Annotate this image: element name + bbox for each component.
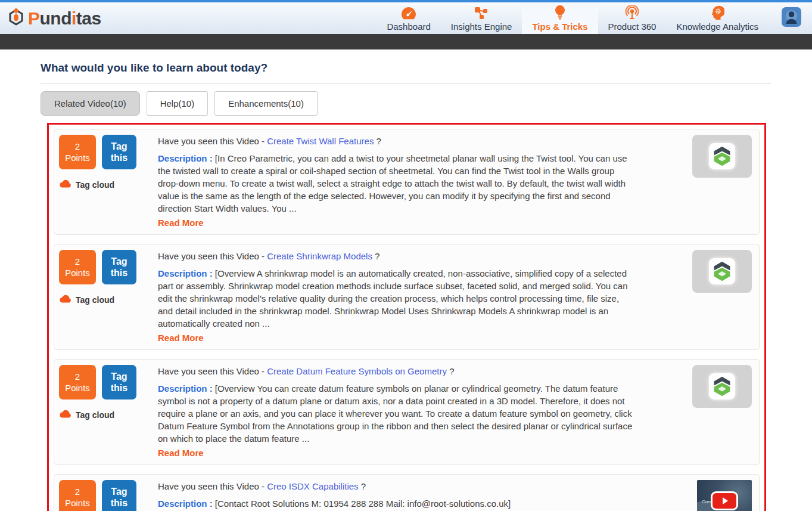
tab-enhancements[interactable]: Enhancements(10) [214, 91, 318, 116]
video-description: Description : [In Creo Parametric, you c… [158, 152, 634, 215]
nav-label: Tips & Tricks [532, 21, 587, 32]
video-card: 2 Points Tag this Tag cloud [54, 129, 760, 235]
tag-cloud-label: Tag cloud [76, 180, 114, 190]
video-title: Have you seen this Video - Create Datum … [158, 366, 674, 376]
video-title: Have you seen this Video - Create Shrink… [158, 251, 674, 261]
video-title-link[interactable]: Creo ISDX Capabilities [267, 481, 358, 491]
punditas-logo-text: Punditas [28, 8, 101, 29]
lightbulb-icon [554, 5, 566, 20]
video-title: Have you seen this Video - Creo ISDX Cap… [158, 481, 674, 491]
tag-this-button[interactable]: Tag this [102, 365, 136, 399]
tag-cloud-link[interactable]: Tag cloud [59, 179, 150, 190]
creo-logo-icon [709, 258, 735, 284]
youtube-video-thumbnail[interactable]: Creo [697, 480, 752, 511]
page-title: What would you like to learn about today… [41, 61, 771, 75]
insights-network-icon [474, 5, 489, 20]
heading-divider [41, 83, 771, 84]
video-card: 2 Points Tag this Tag cloud [54, 359, 760, 465]
result-tabs: Related Video(10) Help(10) Enhancements(… [41, 91, 771, 116]
main-content: What would you like to learn about today… [0, 49, 812, 511]
cloud-icon [59, 295, 71, 305]
top-header: Punditas Dashboard Insights Engine [0, 0, 812, 34]
nav-item-knowledge-analytics[interactable]: Knowledge Analytics [666, 2, 769, 34]
nav-label: Insights Engine [451, 21, 512, 32]
video-description: Description : [Overview You can create d… [158, 382, 634, 445]
read-more-link[interactable]: Read More [158, 218, 204, 228]
tag-this-button[interactable]: Tag this [102, 250, 136, 284]
tag-cloud-link[interactable]: Tag cloud [59, 295, 150, 305]
video-title-link[interactable]: Create Twist Wall Features [267, 136, 374, 146]
creo-logo-icon [709, 373, 735, 399]
creo-logo-icon [709, 143, 735, 169]
video-description: Description : [Overview A shrinkwrap mod… [158, 267, 634, 330]
points-button[interactable]: 2 Points [59, 250, 96, 284]
video-card: 2 Points Tag this Tag cloud [54, 474, 760, 511]
tag-cloud-link[interactable]: Tag cloud [59, 410, 150, 420]
tag-this-button[interactable]: Tag this [102, 135, 136, 169]
video-title: Have you seen this Video - Create Twist … [158, 136, 674, 146]
user-avatar[interactable] [782, 7, 801, 29]
points-button[interactable]: 2 Points [59, 365, 96, 399]
dashboard-gauge-icon [401, 5, 416, 20]
video-title-link[interactable]: Create Datum Feature Symbols on Geometry [267, 366, 447, 376]
cloud-icon [59, 410, 71, 420]
nav-item-product-360[interactable]: Product 360 [598, 2, 667, 34]
tab-related-video[interactable]: Related Video(10) [41, 91, 140, 116]
tag-this-button[interactable]: Tag this [102, 480, 136, 511]
points-button[interactable]: 2 Points [59, 135, 96, 169]
video-thumbnail[interactable] [692, 250, 752, 293]
nav-item-insights-engine[interactable]: Insights Engine [441, 2, 522, 34]
head-gear-icon [710, 5, 724, 20]
tab-help[interactable]: Help(10) [147, 91, 209, 116]
podcast-icon [625, 5, 639, 20]
video-card: 2 Points Tag this Tag cloud [54, 244, 760, 350]
nav-item-tips-tricks[interactable]: Tips & Tricks [522, 2, 598, 34]
nav-label: Product 360 [608, 21, 657, 32]
video-thumbnail[interactable] [692, 365, 752, 408]
punditas-logo-icon [8, 8, 24, 29]
youtube-play-icon [711, 491, 738, 510]
nav-label: Dashboard [387, 21, 430, 32]
video-title-link[interactable]: Create Shrinkwrap Models [267, 251, 372, 261]
punditas-logo[interactable]: Punditas [0, 2, 101, 34]
read-more-link[interactable]: Read More [158, 448, 204, 458]
secondary-bar [0, 34, 812, 49]
main-nav: Dashboard Insights Engine T [377, 2, 769, 34]
video-description: Description : [Contact Root Solutions M:… [158, 497, 634, 510]
related-video-results: 2 Points Tag this Tag cloud [47, 123, 766, 511]
read-more-link[interactable]: Read More [158, 333, 204, 343]
points-button[interactable]: 2 Points [59, 480, 96, 511]
cloud-icon [59, 179, 71, 190]
tag-cloud-label: Tag cloud [76, 295, 114, 305]
nav-label: Knowledge Analytics [676, 21, 758, 32]
nav-item-dashboard[interactable]: Dashboard [377, 2, 440, 34]
tag-cloud-label: Tag cloud [76, 410, 114, 420]
video-thumbnail[interactable] [692, 135, 752, 178]
